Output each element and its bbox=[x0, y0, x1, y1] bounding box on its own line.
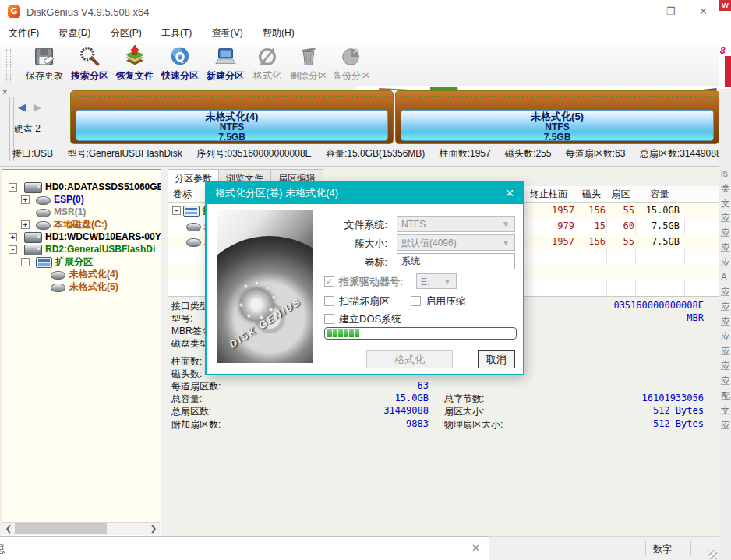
file-system-select[interactable]: NTFS ▼ bbox=[397, 216, 515, 232]
background-window-text-fragment: is类文应应应应A应应应应应应应配文应 bbox=[721, 167, 731, 433]
quick-partition-button[interactable]: Q 快速分区 bbox=[157, 45, 203, 87]
chevron-down-icon: ▼ bbox=[443, 274, 451, 290]
toolbar-grip[interactable] bbox=[6, 49, 11, 83]
panel-close-icon[interactable]: × bbox=[2, 87, 7, 97]
tree-item-label: RD2:GeneralUSBFlashDi bbox=[45, 243, 155, 255]
cell-end-cyl: 979 bbox=[523, 218, 574, 234]
extended-partition-container[interactable]: 未格式化(5) NTFS 7.5GB bbox=[395, 90, 719, 144]
info-label: 总扇区数: bbox=[171, 405, 211, 418]
info-label: 磁头数: bbox=[505, 148, 535, 159]
menu-tools[interactable]: 工具(T) bbox=[153, 23, 200, 43]
dialog-close-icon[interactable]: ✕ bbox=[496, 182, 523, 204]
cluster-size-select[interactable]: 默认值(4096) ▼ bbox=[397, 234, 515, 251]
cluster-size-label: 簇大小: bbox=[284, 237, 387, 251]
info-value: 15.0GB(15356MB) bbox=[347, 148, 425, 159]
tree-expander[interactable]: - bbox=[9, 183, 17, 192]
enable-compression-checkbox[interactable] bbox=[411, 296, 421, 306]
backup-partition-button[interactable]: 备份分区 bbox=[330, 45, 373, 87]
tree-expander[interactable]: + bbox=[21, 195, 30, 204]
enable-compression-label: 启用压缩 bbox=[426, 294, 466, 308]
extended-partition-icon bbox=[183, 206, 200, 217]
next-disk-arrow-icon[interactable]: ▶ bbox=[34, 101, 41, 113]
col-capacity[interactable]: 容量 bbox=[636, 186, 683, 202]
dialog-title-bar[interactable]: 格式化分区(卷) 未格式化(4) bbox=[207, 182, 523, 204]
col-end-cylinder[interactable]: 终止柱面 bbox=[523, 186, 574, 202]
close-button[interactable]: ✕ bbox=[688, 0, 719, 23]
tree-expander[interactable]: + bbox=[9, 233, 17, 241]
tree-item-label: HD1:WDCWD10EARS-00Y5B bbox=[45, 231, 162, 243]
toolbar-button-label: 格式化 bbox=[248, 69, 287, 83]
tree-expander[interactable]: - bbox=[172, 206, 181, 215]
window-title: DiskGenius V4.9.5.508 x64 bbox=[26, 6, 150, 18]
scroll-right-icon[interactable]: ❯ bbox=[147, 523, 160, 535]
tree-item-label: 未格式化(4) bbox=[69, 268, 118, 280]
partition-icon bbox=[186, 238, 201, 247]
scan-bad-sectors-checkbox[interactable] bbox=[324, 296, 334, 306]
partition-bar-5[interactable]: 未格式化(5) NTFS 7.5GB bbox=[401, 110, 714, 141]
menu-disk[interactable]: 硬盘(D) bbox=[51, 23, 100, 43]
format-confirm-button[interactable]: 格式化 bbox=[366, 350, 453, 368]
scroll-left-icon[interactable]: ❮ bbox=[2, 523, 15, 535]
cell-heads: 15 bbox=[577, 218, 606, 234]
scrollbar-thumb[interactable] bbox=[15, 523, 107, 534]
create-dos-system-checkbox[interactable] bbox=[324, 314, 334, 324]
tree-expander[interactable]: - bbox=[21, 258, 30, 266]
volume-label-label: 卷标: bbox=[284, 255, 387, 269]
partition-bar-4[interactable]: 未格式化(4) NTFS 7.5GB bbox=[76, 110, 388, 141]
info-label: 柱面数: bbox=[171, 355, 202, 368]
col-heads[interactable]: 磁头 bbox=[577, 186, 606, 202]
cell-end-cyl: 1957 bbox=[523, 234, 574, 249]
tree-horizontal-scrollbar[interactable]: ❮ ❯ bbox=[2, 522, 160, 535]
format-progress-bar bbox=[324, 327, 517, 340]
tree-item-label: HD0:ADATASSDS51060GB( bbox=[45, 181, 162, 193]
tree-expander[interactable]: - bbox=[9, 245, 17, 254]
format-button-toolbar[interactable]: 格式化 bbox=[248, 45, 287, 87]
toolbar-button-label: 备份分区 bbox=[330, 69, 373, 83]
recover-files-button[interactable]: 恢复文件 bbox=[112, 45, 157, 87]
backup-partition-icon bbox=[340, 45, 363, 69]
search-partition-button[interactable]: 搜索分区 bbox=[67, 45, 112, 87]
disk-photo: DISK GENIUS bbox=[217, 210, 313, 363]
info-value: 63 bbox=[615, 148, 625, 159]
col-volume-label[interactable]: 卷标 bbox=[173, 186, 192, 202]
cluster-size-value: 默认值(4096) bbox=[401, 238, 457, 248]
new-partition-button[interactable]: 新建分区 bbox=[203, 45, 248, 87]
file-system-value: NTFS bbox=[401, 219, 426, 230]
cancel-button[interactable]: 取消 bbox=[478, 350, 515, 368]
tree-expander[interactable]: + bbox=[21, 220, 30, 229]
toolbar-button-label: 恢复文件 bbox=[112, 69, 157, 83]
extended-partition-container[interactable]: 未格式化(4) NTFS 7.5GB bbox=[70, 90, 394, 144]
volume-label-input[interactable] bbox=[397, 253, 515, 269]
delete-partition-icon bbox=[297, 45, 320, 69]
prev-disk-arrow-icon[interactable]: ◀ bbox=[18, 101, 26, 113]
minimize-button[interactable]: — bbox=[618, 0, 653, 23]
save-changes-button[interactable]: 保存更改 bbox=[22, 45, 67, 87]
menu-help[interactable]: 帮助(H) bbox=[254, 23, 303, 43]
notification-close-icon[interactable]: ✕ bbox=[471, 542, 480, 554]
info-label: 每道扇区数: bbox=[171, 380, 221, 393]
col-sectors[interactable]: 扇区 bbox=[607, 186, 634, 202]
scan-bad-sectors-label: 扫描坏扇区 bbox=[339, 294, 390, 308]
menu-partition[interactable]: 分区(P) bbox=[102, 23, 150, 43]
toolbar-button-label: 快速分区 bbox=[157, 69, 203, 83]
assign-drive-checkbox[interactable]: ✓ bbox=[324, 276, 334, 287]
menu-file[interactable]: 文件(F) bbox=[0, 23, 48, 43]
title-bar: G DiskGenius V4.9.5.508 x64 — ❐ ✕ bbox=[0, 0, 719, 23]
drive-letter-select[interactable]: E: ▼ bbox=[416, 273, 457, 289]
delete-partition-button[interactable]: 删除分区 bbox=[287, 45, 330, 87]
disk-tree-panel: - HD0:ADATASSDS51060GB( + ESP(0) MSR(1) … bbox=[2, 169, 162, 537]
tree-item-label: ESP(0) bbox=[54, 193, 84, 206]
panel-splitter[interactable] bbox=[161, 167, 167, 537]
tree-item-label: 本地磁盘(C:) bbox=[54, 218, 108, 231]
menu-view[interactable]: 查看(V) bbox=[203, 23, 252, 43]
background-ad-fragment: 8 bbox=[720, 45, 726, 56]
background-window-fragment: W bbox=[719, 0, 731, 11]
chevron-down-icon: ▼ bbox=[502, 217, 510, 232]
resize-grip-icon[interactable] bbox=[708, 550, 717, 559]
extended-partition-icon bbox=[36, 257, 52, 268]
toolbar-button-label: 删除分区 bbox=[287, 69, 330, 83]
screen: G DiskGenius V4.9.5.508 x64 — ❐ ✕ 文件(F) … bbox=[0, 0, 731, 560]
info-value: 15.0GB bbox=[351, 393, 429, 403]
maximize-button[interactable]: ❐ bbox=[653, 0, 688, 23]
create-dos-system-label: 建立DOS系统 bbox=[339, 312, 401, 326]
